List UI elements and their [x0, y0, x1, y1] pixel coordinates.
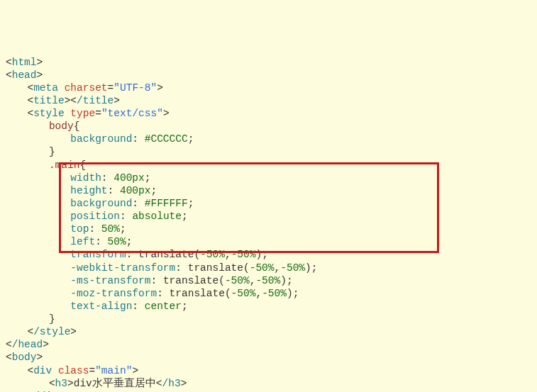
- code-line: -ms-transform: translate(-50%,-50%);: [6, 275, 293, 286]
- code-line: height: 400px;: [6, 185, 157, 196]
- code-line: </head>: [6, 339, 49, 350]
- code-line: left: 50%;: [6, 236, 132, 247]
- code-block: <html> <head> <meta charset="UTF-8"> <ti…: [6, 56, 531, 393]
- code-line: transform: translate(-50%,-50%);: [6, 249, 268, 260]
- code-line: <style type="text/css">: [6, 108, 170, 119]
- code-line: position: absolute;: [6, 211, 188, 222]
- code-line: .main{: [6, 159, 86, 171]
- code-line: <title></title>: [6, 95, 120, 106]
- code-line: width: 400px;: [6, 172, 150, 184]
- code-line: <div class="main">: [6, 365, 138, 376]
- code-line: background: #FFFFFF;: [6, 198, 194, 209]
- code-line: body{: [6, 121, 79, 132]
- code-line: <html>: [6, 57, 43, 68]
- code-line: <meta charset="UTF-8">: [6, 82, 163, 94]
- code-line: <h3>div水平垂直居中</h3>: [6, 378, 187, 389]
- code-line: }: [6, 313, 55, 325]
- code-line: <head>: [6, 69, 43, 81]
- code-line: </style>: [6, 326, 77, 337]
- code-line: }: [6, 146, 55, 157]
- code-line: background: #CCCCCC;: [6, 133, 194, 145]
- code-line: top: 50%;: [6, 223, 126, 235]
- code-line: text-align: center;: [6, 301, 188, 312]
- code-line: -moz-transform: translate(-50%,-50%);: [6, 288, 299, 299]
- code-line: <body>: [6, 352, 43, 363]
- code-line: -webkit-transform: translate(-50%,-50%);: [6, 262, 317, 274]
